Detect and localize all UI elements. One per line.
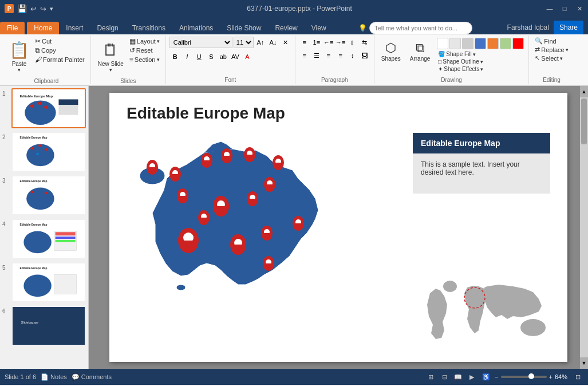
tab-home[interactable]: Home [27, 22, 59, 34]
slide-thumb-3[interactable]: 3 Editable Europe Map [2, 175, 86, 215]
columns-button[interactable]: ⫿ [347, 37, 358, 48]
justify-button[interactable]: ≡ [335, 50, 346, 61]
font-size-select[interactable]: 11 [234, 37, 254, 48]
smartart-button[interactable]: ⛾ [359, 50, 370, 61]
charspacing-button[interactable]: AV [230, 51, 241, 62]
scrollbar-up-button[interactable]: ▲ [580, 86, 588, 97]
quick-access-save[interactable]: 💾 [17, 4, 27, 13]
strikethrough-button[interactable]: S [206, 51, 217, 62]
textdirection-button[interactable]: ⇆ [359, 37, 370, 48]
asia-path [484, 285, 542, 319]
replace-icon: ⇄ [535, 46, 540, 53]
numbering-button[interactable]: 1≡ [311, 37, 322, 48]
format-painter-button[interactable]: 🖌 Format Painter [33, 55, 87, 64]
zoom-controls: − + 64% [495, 373, 567, 380]
qs-item-3[interactable] [462, 38, 473, 49]
minimize-button[interactable]: — [546, 5, 554, 13]
fontcolor-button[interactable]: A [242, 51, 253, 62]
quick-access-redo[interactable]: ↪ [40, 5, 46, 13]
tab-file[interactable]: File [0, 22, 25, 34]
slide-img-6[interactable]: Slidebazaar [11, 306, 86, 346]
reset-button[interactable]: ↺ Reset [127, 46, 162, 55]
slide-img-3[interactable]: Editable Europe Map [11, 175, 86, 215]
tab-animations[interactable]: Animations [172, 22, 220, 34]
tab-slideshow[interactable]: Slide Show [220, 22, 268, 34]
copy-button[interactable]: ⧉ Copy [33, 46, 87, 55]
accessibility-check[interactable]: ♿ [482, 373, 490, 381]
select-button[interactable]: ↖ Select ▾ [532, 54, 570, 62]
tab-design[interactable]: Design [90, 22, 125, 34]
slide-thumb-5[interactable]: 5 Editable Europe Map [2, 262, 86, 302]
paste-button[interactable]: 📋 Paste ▾ [6, 37, 33, 77]
tab-review[interactable]: Review [268, 22, 304, 34]
section-button[interactable]: ≡ Section ▾ [127, 55, 162, 64]
vertical-scrollbar[interactable]: ▲ ▼ [580, 86, 588, 369]
normal-view-button[interactable]: ⊞ [425, 371, 436, 383]
fit-to-window-button[interactable]: ⊡ [572, 371, 583, 383]
scrollbar-thumb[interactable] [581, 99, 587, 144]
slide-img-1[interactable]: Editable Europe Map [11, 88, 86, 128]
underline-button[interactable]: U [194, 51, 205, 62]
close-button[interactable]: ✕ [575, 5, 583, 13]
align-center-button[interactable]: ☰ [311, 50, 322, 61]
slide-img-5[interactable]: Editable Europe Map [11, 262, 86, 302]
slide-thumb-4[interactable]: 4 Editable Europe Map [2, 219, 86, 259]
qs-item-4[interactable] [475, 38, 486, 49]
slide-img-2[interactable]: Editable Europe Map [11, 132, 86, 172]
svg-rect-24 [56, 232, 76, 235]
zoom-slider-thumb[interactable] [528, 373, 534, 379]
scrollbar-down-button[interactable]: ▼ [580, 357, 588, 369]
slide-thumb-2[interactable]: 2 Editable Europe Map [2, 132, 86, 172]
quick-access-undo[interactable]: ↩ [30, 5, 37, 13]
bullets-button[interactable]: ≡ [299, 37, 310, 48]
shadow-button[interactable]: ab [218, 51, 229, 62]
arrange-button[interactable]: ⧉ Arrange [407, 37, 434, 65]
decrease-indent-button[interactable]: ←≡ [323, 37, 334, 48]
comments-button[interactable]: 💬 Comments [72, 373, 112, 381]
world-map-area [419, 276, 556, 350]
slide-canvas[interactable]: Editable Europe Map [109, 93, 567, 362]
shape-fill-button[interactable]: 🪣 Shape Fill ▾ [436, 50, 525, 58]
slide-img-4[interactable]: Editable Europe Map [11, 219, 86, 259]
increase-indent-button[interactable]: →≡ [335, 37, 346, 48]
bold-button[interactable]: B [169, 51, 181, 62]
align-left-button[interactable]: ≡ [299, 50, 310, 61]
tab-view[interactable]: View [305, 22, 333, 34]
layout-button[interactable]: ▦ Layout ▾ [127, 37, 162, 46]
qs-item-6[interactable] [500, 38, 511, 49]
zoom-out-button[interactable]: − [495, 373, 498, 380]
qs-item-2[interactable] [449, 38, 461, 49]
new-slide-button[interactable]: 🗒 New Slide ▾ [94, 37, 127, 77]
align-right-button[interactable]: ≡ [323, 50, 334, 61]
slide-thumb-1[interactable]: 1 Editable Europe Map [2, 88, 86, 128]
tab-transitions[interactable]: Transitions [125, 22, 172, 34]
svg-rect-30 [54, 274, 77, 294]
shape-outline-button[interactable]: □ Shape Outline ▾ [436, 58, 525, 65]
font-name-select[interactable]: Calibri [169, 37, 232, 48]
clear-format-button[interactable]: ✕ [280, 37, 291, 48]
font-decrease-button[interactable]: A↓ [267, 37, 279, 48]
slideshow-button[interactable]: ▶ [466, 371, 477, 383]
find-button[interactable]: 🔍 Find [532, 37, 570, 45]
fill-icon: 🪣 [438, 51, 445, 57]
zoom-in-button[interactable]: + [549, 373, 553, 380]
notes-button[interactable]: 📄 Notes [41, 373, 67, 381]
tell-me-input[interactable] [369, 22, 472, 34]
tab-insert[interactable]: Insert [59, 22, 90, 34]
shape-effects-button[interactable]: ✦ Shape Effects ▾ [436, 65, 525, 73]
qs-item-5[interactable] [487, 38, 499, 49]
zoom-slider[interactable] [501, 376, 547, 378]
cut-button[interactable]: ✂ Cut [33, 37, 87, 46]
slide-thumb-6[interactable]: 6 Slidebazaar [2, 306, 86, 346]
font-increase-button[interactable]: A↑ [255, 37, 266, 48]
share-button[interactable]: Share [554, 21, 583, 34]
qs-item-1[interactable] [437, 38, 448, 49]
reading-view-button[interactable]: 📖 [452, 371, 464, 383]
slide-sorter-button[interactable]: ⊟ [439, 371, 450, 383]
qs-item-7[interactable] [512, 38, 524, 49]
linespacing-button[interactable]: ↕ [347, 50, 358, 61]
maximize-button[interactable]: □ [561, 5, 569, 13]
shapes-button[interactable]: ⬡ Shapes [378, 37, 404, 65]
italic-button[interactable]: I [181, 51, 193, 62]
replace-button[interactable]: ⇄ Replace ▾ [532, 45, 570, 54]
